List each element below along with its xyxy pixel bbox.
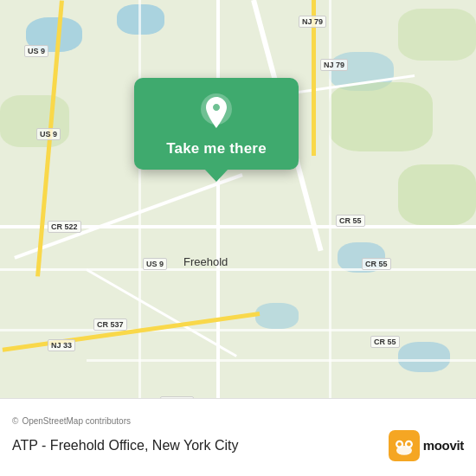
attribution-text: OpenStreetMap contributors (22, 416, 131, 426)
road-v1 (216, 0, 220, 398)
moovit-label: moovit (423, 438, 464, 453)
road-h2 (0, 268, 476, 271)
water-body-5 (255, 303, 299, 329)
town-freehold: Freehold (183, 255, 228, 268)
info-bar: © OpenStreetMap contributors ATP - Freeh… (0, 398, 476, 476)
label-us9-2: US 9 (36, 128, 61, 140)
green-area-2 (398, 164, 476, 225)
green-area-1 (329, 82, 433, 151)
take-me-there-card[interactable]: Take me there (134, 78, 299, 170)
label-cr55-1: CR 55 (336, 215, 365, 227)
app-container: NJ 79 NJ 79 US 9 US 9 US 9 CR 522 CR 537… (0, 0, 476, 476)
label-cr537-1: CR 537 (93, 318, 127, 331)
label-us9-1: US 9 (24, 45, 48, 57)
attribution-icon: © (12, 416, 18, 426)
water-body-6 (398, 342, 450, 372)
map-view: NJ 79 NJ 79 US 9 US 9 US 9 CR 522 CR 537… (0, 0, 476, 398)
green-area-3 (398, 9, 476, 61)
label-cr537-2: CR 537 (160, 396, 194, 398)
road-h4 (87, 359, 476, 362)
label-nj33: NJ 33 (48, 339, 75, 351)
label-nj79-2: NJ 79 (320, 59, 348, 71)
map-attribution: © OpenStreetMap contributors (12, 416, 464, 426)
svg-point-6 (407, 441, 411, 446)
svg-point-5 (397, 441, 402, 446)
label-nj79-1: NJ 79 (299, 16, 326, 28)
label-us9-3: US 9 (143, 258, 167, 270)
road-h3 (0, 329, 476, 331)
label-cr55-2: CR 55 (362, 258, 391, 270)
place-info-row: ATP - Freehold Office, New York City moo… (12, 430, 464, 461)
location-pin-icon (196, 92, 237, 133)
label-cr522: CR 522 (48, 221, 81, 233)
moovit-logo: moovit (389, 430, 464, 461)
take-me-there-label: Take me there (166, 140, 267, 158)
place-name: ATP - Freehold Office, New York City (12, 438, 238, 453)
moovit-logo-icon (389, 430, 420, 461)
road-v2 (138, 0, 141, 398)
label-cr55-3: CR 55 (370, 336, 400, 348)
